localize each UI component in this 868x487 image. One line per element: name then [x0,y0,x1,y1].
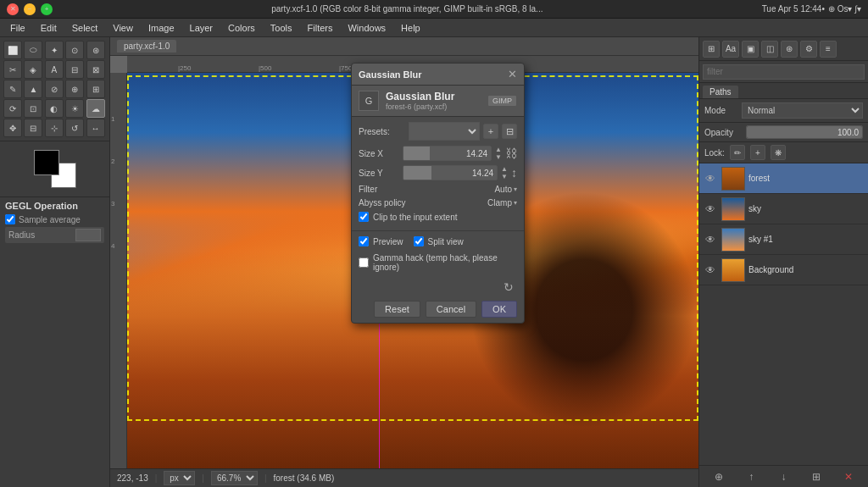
size-y-down[interactable]: ▼ [501,174,508,180]
filter-type-dropdown[interactable]: ▾ [514,185,517,193]
size-x-slider[interactable]: 14.24 [403,146,492,161]
menu-windows[interactable]: Windows [341,21,392,35]
preview-checkbox[interactable] [359,236,369,246]
layer-delete-btn[interactable]: ✕ [840,468,857,485]
canvas-tab[interactable]: party.xcf-1.0 [117,40,176,53]
filter-search-input[interactable] [703,64,865,80]
tool-blend[interactable]: ⊠ [86,60,105,79]
layers-tab-paths[interactable]: Paths [703,86,738,98]
tool-free-select[interactable]: ✦ [45,41,64,59]
layer-item-sky[interactable]: 👁 sky [699,194,868,224]
tool-text[interactable]: A [45,60,64,79]
menu-file[interactable]: File [3,21,32,35]
foreground-color-swatch[interactable] [34,150,59,175]
gamma-checkbox[interactable] [359,257,369,268]
layer-new-btn[interactable]: ⊕ [710,468,727,485]
size-y-slider[interactable]: 14.24 [403,165,498,180]
menu-view[interactable]: View [106,21,140,35]
layer-eye-bg[interactable]: 👁 [703,263,718,278]
split-view-checkbox[interactable] [414,236,424,246]
filter-search-bar [699,61,868,83]
opacity-slider[interactable]: 100.0 [746,125,863,139]
dialog-close-btn[interactable]: ✕ [508,69,517,80]
menu-colors[interactable]: Colors [221,21,262,35]
refresh-btn[interactable]: ↻ [504,280,514,294]
canvas-area: party.xcf-1.0 |250 |500 |750 |1000 1 2 3… [110,37,698,487]
tool-smudge[interactable]: ☁ [86,99,105,118]
reset-btn[interactable]: Reset [374,301,420,318]
menu-help[interactable]: Help [394,21,427,35]
ok-btn[interactable]: OK [481,301,517,318]
menu-filters[interactable]: Filters [301,21,340,35]
tool-crop[interactable]: ⊹ [45,119,64,137]
tool-bucket[interactable]: ⊟ [65,60,84,79]
tool-blur-sharpen[interactable]: ◐ [45,99,64,118]
lock-pixels-btn[interactable]: ✏ [730,145,745,160]
tool-select-color[interactable]: ⊛ [86,41,105,59]
layer-item-sky1[interactable]: 👁 sky #1 [699,224,868,255]
tool-perspective-clone[interactable]: ⊡ [24,99,42,118]
tool-align[interactable]: ⊟ [24,119,42,137]
lock-position-btn[interactable]: ❋ [771,145,786,160]
size-y-up[interactable]: ▲ [501,166,508,173]
tool-ellipse-select[interactable]: ⬭ [24,41,42,59]
tool-rotate[interactable]: ↺ [65,119,84,137]
size-x-up[interactable]: ▲ [495,147,502,153]
close-btn[interactable]: ✕ [7,3,19,15]
unit-dropdown[interactable]: px [164,471,195,485]
layer-name-bg: Background [748,265,865,274]
tool-paths[interactable]: ◈ [24,60,42,79]
tool-scale[interactable]: ↔ [86,119,105,137]
menu-tools[interactable]: Tools [264,21,299,35]
gradients-btn[interactable]: ◫ [761,41,778,58]
tool-eraser[interactable]: ⊘ [45,80,64,98]
radius-input[interactable]: 3 [75,229,101,241]
size-x-down[interactable]: ▼ [495,154,502,161]
right-panel: ⊞ Aa ▣ ◫ ⊛ ⚙ ≡ Paths Mode Normal Opaci [698,37,868,487]
layers-btn[interactable]: ⊞ [703,41,720,58]
tool-heal[interactable]: ⟳ [3,99,22,118]
layer-info: forest (34.6 MB) [274,473,335,483]
layer-raise-btn[interactable]: ↑ [743,468,760,485]
layer-item-forest[interactable]: 👁 forest [699,163,868,194]
lock-alpha-btn[interactable]: + [750,145,765,160]
layer-eye-sky[interactable]: 👁 [703,202,718,217]
brushes-btn[interactable]: Aa [722,41,739,58]
zoom-dropdown[interactable]: 66.7% [211,471,258,485]
add-preset-btn[interactable]: + [483,124,498,139]
patterns-btn[interactable]: ▣ [742,41,759,58]
tool-scissors[interactable]: ✂ [3,60,22,79]
more-btn[interactable]: ≡ [820,41,837,58]
tool-move[interactable]: ✥ [3,119,22,137]
menu-select[interactable]: Select [65,21,105,35]
tool-pencil[interactable]: ✎ [3,80,22,98]
layer-eye-sky1[interactable]: 👁 [703,232,718,247]
tool-fuzzy-select[interactable]: ⊙ [65,41,84,59]
presets-select[interactable] [409,122,480,141]
preview-row: Preview [359,236,403,246]
clip-checkbox[interactable] [359,212,369,222]
chain-icon[interactable]: ⛓ [505,147,517,160]
tool-paintbrush[interactable]: ▲ [24,80,42,98]
tool-clone[interactable]: ⊞ [86,80,105,98]
layer-eye-forest[interactable]: 👁 [703,171,718,186]
del-preset-btn[interactable]: ⊟ [502,124,517,139]
menu-layer[interactable]: Layer [183,21,220,35]
layer-duplicate-btn[interactable]: ⊞ [808,468,825,485]
menu-edit[interactable]: Edit [34,21,64,35]
abyss-dropdown[interactable]: ▾ [514,199,517,207]
tool-airbrush[interactable]: ⊕ [65,80,84,98]
settings-btn[interactable]: ⊛ [781,41,798,58]
sample-average-checkbox[interactable] [5,214,15,224]
tool-options-btn[interactable]: ⚙ [800,41,817,58]
menu-image[interactable]: Image [142,21,181,35]
chain-icon-y[interactable]: ↕ [511,166,517,180]
tool-dodge-burn[interactable]: ☀ [65,99,84,118]
mode-select[interactable]: Normal [742,102,863,119]
maximize-btn[interactable]: + [41,3,53,15]
layer-item-bg[interactable]: 👁 Background [699,255,868,285]
minimize-btn[interactable]: − [24,3,36,15]
cancel-btn[interactable]: Cancel [426,301,476,318]
layer-lower-btn[interactable]: ↓ [775,468,792,485]
tool-rect-select[interactable]: ⬜ [3,41,22,59]
